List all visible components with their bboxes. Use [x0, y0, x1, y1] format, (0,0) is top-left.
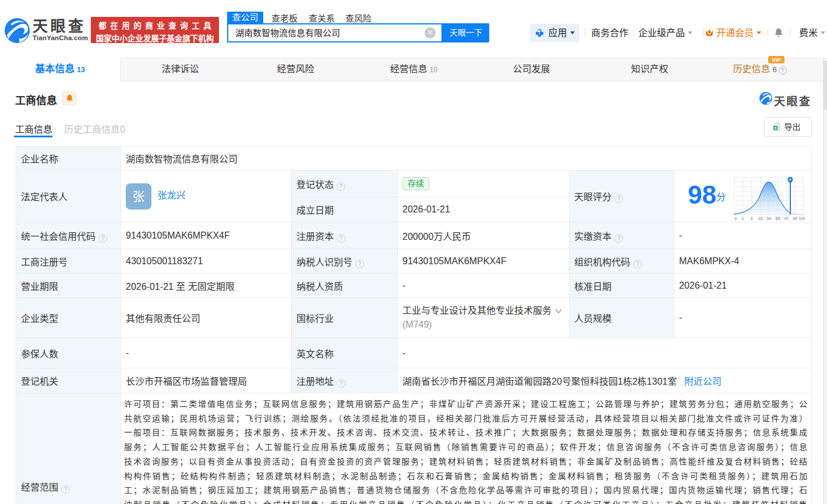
svg-text:50: 50	[767, 216, 772, 221]
svg-text:85: 85	[776, 216, 780, 221]
svg-text:97: 97	[784, 216, 789, 221]
svg-text:15: 15	[758, 216, 763, 221]
svg-text:3: 3	[751, 216, 753, 221]
svg-text:100: 100	[798, 216, 805, 221]
svg-text:99: 99	[793, 216, 797, 221]
svg-text:0: 0	[734, 216, 737, 221]
svg-text:1: 1	[742, 216, 744, 221]
